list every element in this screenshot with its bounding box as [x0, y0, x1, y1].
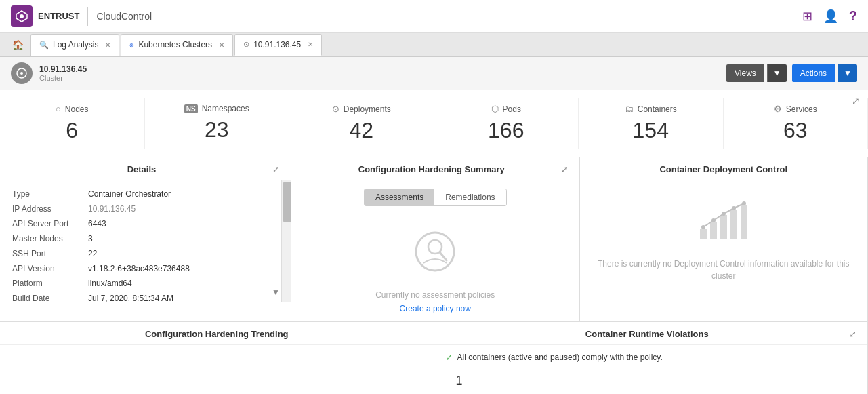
navbar: ENTRUST CloudControl ⊞ 👤 ?	[0, 0, 868, 33]
nodes-icon: ○	[56, 104, 61, 114]
svg-point-3	[20, 72, 23, 75]
logo-text: ENTRUST	[38, 11, 79, 21]
details-table: Type Container Orchestrator IP Address 1…	[11, 186, 280, 302]
stat-pods-value: 166	[488, 118, 524, 143]
stat-deployments[interactable]: ⊙ Deployments 42	[289, 98, 434, 149]
deployment-card: Container Deployment Control	[580, 157, 869, 321]
stat-services-value: 63	[783, 118, 808, 143]
user-icon[interactable]: 👤	[823, 9, 838, 24]
tab-log-label: Log Analysis	[53, 40, 98, 50]
cluster-details: 10.91.136.45 Cluster	[39, 64, 87, 82]
tab-cluster-label: 10.91.136.45	[253, 40, 301, 50]
log-icon: 🔍	[39, 41, 49, 50]
grid-icon[interactable]: ⊞	[802, 9, 812, 24]
views-button[interactable]: Views	[726, 64, 764, 82]
actions-caret-button[interactable]: ▼	[838, 64, 857, 82]
details-body: Type Container Orchestrator IP Address 1…	[0, 180, 291, 302]
stats-expand-icon[interactable]: ⤢	[852, 96, 860, 106]
hardening-card: Configuration Hardening Summary ⤢ Assess…	[291, 157, 580, 321]
violations-chart-area: 1	[445, 368, 857, 393]
stat-deployments-value: 42	[349, 118, 373, 143]
table-row: SSH Port 22	[12, 247, 278, 260]
svg-point-13	[711, 218, 716, 222]
node-icon: ⊙	[243, 40, 249, 49]
detail-value: 3	[88, 232, 278, 245]
tabs-bar: 🏠 🔍 Log Analysis ✕ ⎈ Kubernetes Clusters…	[0, 33, 868, 57]
deployment-body: There is currently no Deployment Control…	[580, 180, 868, 302]
detail-value: 6443	[88, 217, 278, 231]
table-row: Build Date Jul 7, 2020, 8:51:34 AM	[12, 292, 278, 302]
hardening-expand-icon[interactable]: ⤢	[561, 164, 569, 174]
create-policy-link[interactable]: Create a policy now	[400, 304, 471, 313]
stat-deployments-label: ⊙ Deployments	[332, 104, 391, 114]
detail-value: v1.18.2-6+38ac483e736488	[88, 262, 278, 275]
stat-pods-label: ⬡ Pods	[491, 104, 521, 114]
services-icon: ⚙	[774, 104, 782, 114]
table-row: IP Address 10.91.136.45	[12, 202, 278, 216]
main-content: Details ⤢ Type Container Orchestrator IP…	[0, 157, 868, 394]
cards-row: Details ⤢ Type Container Orchestrator IP…	[0, 157, 868, 322]
detail-value: Jul 7, 2020, 8:51:34 AM	[88, 292, 278, 302]
detail-label: Master Nodes	[12, 232, 87, 245]
svg-point-12	[701, 225, 705, 229]
stat-namespaces-value: 23	[205, 117, 229, 142]
tab-kubernetes-close[interactable]: ✕	[219, 41, 224, 49]
tab-home[interactable]: 🏠	[5, 39, 30, 50]
detail-value: 10.91.136.45	[88, 202, 278, 216]
stat-namespaces[interactable]: NS Namespaces 23	[145, 98, 290, 149]
stat-containers-value: 154	[633, 118, 669, 143]
tab-cluster-close[interactable]: ✕	[308, 41, 313, 48]
cluster-type: Cluster	[39, 74, 87, 82]
svg-point-4	[416, 233, 454, 271]
stat-namespaces-label: NS Namespaces	[184, 104, 249, 113]
help-icon[interactable]: ?	[849, 8, 857, 24]
violations-card: Container Runtime Violations ⤢ ✓ All con…	[434, 322, 869, 394]
deployments-icon: ⊙	[332, 104, 339, 114]
bottom-row: Configuration Hardening Trending Contain…	[0, 322, 868, 394]
tab-cluster-node[interactable]: ⊙ 10.91.136.45 ✕	[234, 34, 322, 56]
containers-icon: 🗂	[625, 104, 634, 114]
trending-title: Configuration Hardening Trending	[11, 329, 423, 339]
stat-pods[interactable]: ⬡ Pods 166	[434, 98, 579, 149]
scroll-indicator[interactable]	[281, 180, 291, 302]
no-assessment-text: Currently no assessment policies	[375, 290, 495, 300]
detail-label: SSH Port	[12, 247, 87, 260]
remediations-tab[interactable]: Remediations	[434, 189, 505, 205]
tab-log-analysis[interactable]: 🔍 Log Analysis ✕	[30, 34, 119, 56]
table-row: API Version v1.18.2-6+38ac483e736488	[12, 262, 278, 275]
details-title: Details	[11, 164, 272, 174]
svg-point-16	[742, 201, 746, 205]
svg-rect-8	[710, 222, 717, 239]
svg-line-6	[440, 252, 447, 260]
deployment-card-header: Container Deployment Control	[580, 157, 868, 180]
stat-services[interactable]: ⚙ Services 63	[724, 98, 869, 149]
hardening-body: Assessments Remediations Currently no as…	[291, 180, 579, 321]
actions-button[interactable]: Actions	[792, 64, 835, 82]
scroll-down-icon[interactable]: ▼	[272, 288, 280, 297]
detail-label: API Version	[12, 262, 87, 275]
assessments-tab[interactable]: Assessments	[365, 189, 434, 205]
violations-expand-icon[interactable]: ⤢	[849, 329, 856, 339]
no-assessment-icon	[411, 228, 459, 285]
svg-rect-7	[700, 229, 707, 239]
stat-nodes[interactable]: ○ Nodes 6	[0, 98, 145, 149]
list-item: ✓ All containers (active and paused) com…	[445, 352, 857, 363]
svg-point-1	[20, 14, 24, 18]
stat-containers-label: 🗂 Containers	[625, 104, 677, 114]
logo: ENTRUST	[11, 5, 79, 27]
stat-nodes-value: 6	[66, 118, 78, 143]
views-caret-button[interactable]: ▼	[767, 64, 787, 82]
stat-containers[interactable]: 🗂 Containers 154	[579, 98, 724, 149]
chart-value: 1	[456, 374, 463, 387]
tab-log-close[interactable]: ✕	[105, 41, 110, 49]
deployment-title: Container Deployment Control	[591, 164, 857, 174]
logo-icon	[11, 5, 33, 27]
violation-text: All containers (active and paused) compl…	[457, 353, 663, 362]
tab-kubernetes[interactable]: ⎈ Kubernetes Clusters ✕	[121, 34, 233, 56]
cluster-info: 10.91.136.45 Cluster	[11, 62, 87, 84]
detail-label: API Server Port	[12, 217, 87, 231]
svg-rect-9	[720, 215, 727, 239]
deployment-no-data: There is currently no Deployment Control…	[591, 258, 857, 282]
details-expand-icon[interactable]: ⤢	[272, 164, 280, 174]
pods-icon: ⬡	[491, 104, 499, 114]
